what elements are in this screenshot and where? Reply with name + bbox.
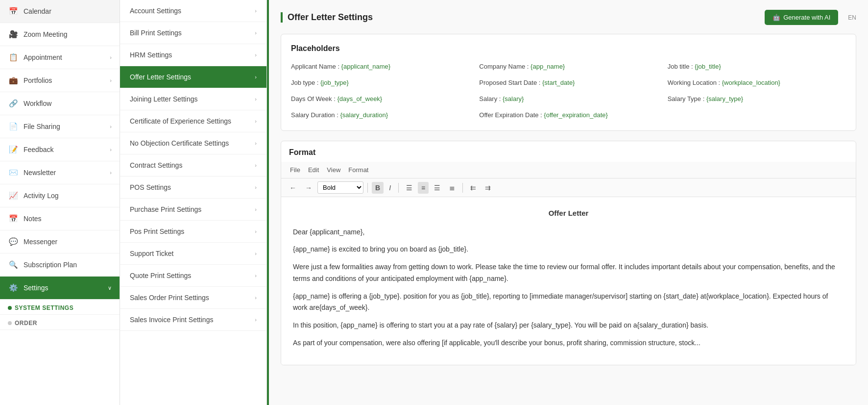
italic-button[interactable]: I bbox=[386, 182, 394, 194]
settings-menu-bill-print[interactable]: Bill Print Settings › bbox=[120, 22, 266, 44]
menu-item-label: Support Ticket bbox=[130, 250, 255, 257]
placeholders-card: Placeholders Applicant Name : {applicant… bbox=[281, 34, 856, 131]
sidebar-item-portfolios[interactable]: 💼 Portfolios › bbox=[0, 69, 120, 92]
settings-menu: Account Settings › Bill Print Settings ›… bbox=[120, 0, 267, 405]
settings-menu-sales-order[interactable]: Sales Order Print Settings › bbox=[120, 287, 266, 309]
undo-button[interactable]: ← bbox=[286, 182, 300, 194]
font-select[interactable]: Bold Normal Heading 1 bbox=[317, 181, 363, 194]
order-section: Order bbox=[0, 315, 120, 330]
decrease-indent-button[interactable]: ⇇ bbox=[467, 182, 480, 194]
settings-menu-no-objection[interactable]: No Objection Certificate Settings › bbox=[120, 132, 266, 154]
sidebar-item-messenger[interactable]: 💬 Messenger bbox=[0, 230, 120, 253]
chevron-right-icon: › bbox=[255, 74, 257, 80]
settings-menu-purchase-print[interactable]: Purchase Print Settings › bbox=[120, 199, 266, 221]
notes-icon: 📅 bbox=[8, 213, 19, 224]
sidebar-item-feedback[interactable]: 📝 Feedback › bbox=[0, 138, 120, 161]
menu-file[interactable]: File bbox=[286, 165, 304, 175]
placeholder-salary-type: Salary Type : {salary_type} bbox=[668, 93, 846, 104]
menu-item-label: Certificate of Experience Settings bbox=[130, 117, 255, 125]
editor-paragraph-2: {app_name} is excited to bring you on bo… bbox=[293, 244, 844, 255]
settings-menu-support-ticket[interactable]: Support Ticket › bbox=[120, 243, 266, 265]
redo-button[interactable]: → bbox=[302, 182, 315, 194]
sidebar-item-workflow[interactable]: 🔗 Workflow bbox=[0, 92, 120, 115]
sidebar-item-notes[interactable]: 📅 Notes bbox=[0, 207, 120, 230]
chevron-right-icon: › bbox=[255, 52, 257, 58]
placeholder-job-title: Job title : {job_title} bbox=[668, 61, 846, 72]
sidebar-item-label: Workflow bbox=[24, 100, 112, 107]
toolbar-separator-2 bbox=[398, 183, 399, 193]
settings-menu-account[interactable]: Account Settings › bbox=[120, 0, 266, 22]
settings-menu-sales-invoice[interactable]: Sales Invoice Print Settings › bbox=[120, 309, 266, 331]
settings-menu-pos-print[interactable]: Pos Print Settings › bbox=[120, 221, 266, 243]
chevron-right-icon: › bbox=[255, 317, 257, 323]
editor-paragraph-1: Dear {applicant_name}, bbox=[293, 227, 844, 238]
chevron-right-icon: › bbox=[110, 77, 112, 83]
chevron-right-icon: › bbox=[255, 206, 257, 212]
file-sharing-icon: 📄 bbox=[8, 121, 19, 132]
generate-btn-label: Generate with AI bbox=[783, 14, 830, 21]
bold-button[interactable]: B bbox=[372, 182, 384, 194]
system-settings-section: System Settings bbox=[0, 300, 120, 315]
align-right-button[interactable]: ☰ bbox=[431, 182, 444, 194]
settings-menu-offer-letter[interactable]: Offer Letter Settings › bbox=[120, 66, 266, 88]
editor-paragraph-3: Were just a few formalities away from ge… bbox=[293, 261, 844, 285]
order-label: Order bbox=[15, 320, 37, 327]
align-center-button[interactable]: ≡ bbox=[418, 182, 429, 194]
subscription-icon: 🔍 bbox=[8, 259, 19, 270]
placeholder-workplace-location: Working Location : {workplace_location} bbox=[668, 77, 846, 88]
placeholders-grid: Applicant Name : {applicant_name} Compan… bbox=[291, 61, 846, 121]
chevron-right-icon: › bbox=[255, 8, 257, 14]
sidebar-item-calendar[interactable]: 📅 Calendar bbox=[0, 0, 120, 23]
sidebar-item-settings[interactable]: ⚙️ Settings ∨ bbox=[0, 277, 120, 300]
order-indicator bbox=[8, 321, 12, 325]
sidebar-item-activity-log[interactable]: 📈 Activity Log bbox=[0, 184, 120, 207]
placeholder-salary: Salary : {salary} bbox=[479, 93, 657, 104]
chevron-right-icon: › bbox=[255, 295, 257, 301]
settings-menu-cert-experience[interactable]: Certificate of Experience Settings › bbox=[120, 110, 266, 132]
sidebar-item-label: Appointment bbox=[24, 53, 110, 61]
settings-menu-contract[interactable]: Contract Settings › bbox=[120, 154, 266, 177]
chevron-right-icon: › bbox=[255, 162, 257, 168]
sidebar-item-newsletter[interactable]: ✉️ Newsletter › bbox=[0, 161, 120, 184]
align-left-button[interactable]: ☰ bbox=[403, 182, 416, 194]
chevron-right-icon: › bbox=[255, 118, 257, 124]
sidebar-item-label: Feedback bbox=[24, 146, 110, 153]
sidebar-item-subscription-plan[interactable]: 🔍 Subscription Plan bbox=[0, 253, 120, 277]
toolbar-separator-3 bbox=[462, 183, 463, 193]
placeholder-company-name: Company Name : {app_name} bbox=[479, 61, 657, 72]
sidebar-item-zoom-meeting[interactable]: 🎥 Zoom Meeting bbox=[0, 23, 120, 46]
settings-menu-quote-print[interactable]: Quote Print Settings › bbox=[120, 265, 266, 287]
editor-menu-bar: File Edit View Format bbox=[281, 162, 856, 178]
chevron-right-icon: › bbox=[110, 170, 112, 176]
sidebar-item-appointment[interactable]: 📋 Appointment › bbox=[0, 46, 120, 69]
page-title: Offer Letter Settings bbox=[281, 12, 373, 23]
align-justify-button[interactable]: ≣ bbox=[446, 182, 458, 194]
menu-edit[interactable]: Edit bbox=[304, 165, 323, 175]
sidebar-item-file-sharing[interactable]: 📄 File Sharing › bbox=[0, 115, 120, 138]
settings-menu-joining-letter[interactable]: Joining Letter Settings › bbox=[120, 88, 266, 110]
appointment-icon: 📋 bbox=[8, 52, 19, 63]
messenger-icon: 💬 bbox=[8, 236, 19, 247]
editor-toolbar: ← → Bold Normal Heading 1 B I ☰ ≡ ☰ ≣ ⇇ … bbox=[281, 178, 856, 197]
zoom-icon: 🎥 bbox=[8, 29, 19, 40]
menu-item-label: Bill Print Settings bbox=[130, 29, 255, 37]
increase-indent-button[interactable]: ⇉ bbox=[482, 182, 494, 194]
menu-item-label: Sales Invoice Print Settings bbox=[130, 316, 255, 324]
menu-view[interactable]: View bbox=[323, 165, 344, 175]
settings-menu-hrm[interactable]: HRM Settings › bbox=[120, 44, 266, 66]
sidebar-item-label: Activity Log bbox=[24, 192, 112, 200]
sidebar-item-label: Notes bbox=[24, 215, 112, 223]
editor-content[interactable]: Offer Letter Dear {applicant_name}, {app… bbox=[281, 197, 856, 365]
menu-format[interactable]: Format bbox=[344, 165, 372, 175]
newsletter-icon: ✉️ bbox=[8, 167, 19, 178]
menu-item-label: POS Settings bbox=[130, 183, 255, 191]
placeholder-days-of-week: Days Of Week : {days_of_week} bbox=[291, 93, 469, 104]
menu-item-label: HRM Settings bbox=[130, 51, 255, 59]
placeholders-title: Placeholders bbox=[291, 44, 846, 53]
settings-menu-pos[interactable]: POS Settings › bbox=[120, 177, 266, 199]
format-label: Format bbox=[281, 141, 856, 162]
sidebar-item-label: Portfolios bbox=[24, 76, 110, 84]
sidebar: 📅 Calendar 🎥 Zoom Meeting 📋 Appointment … bbox=[0, 0, 120, 405]
generate-with-ai-button[interactable]: 🤖 Generate with AI bbox=[765, 10, 838, 25]
section-indicator bbox=[8, 306, 12, 310]
